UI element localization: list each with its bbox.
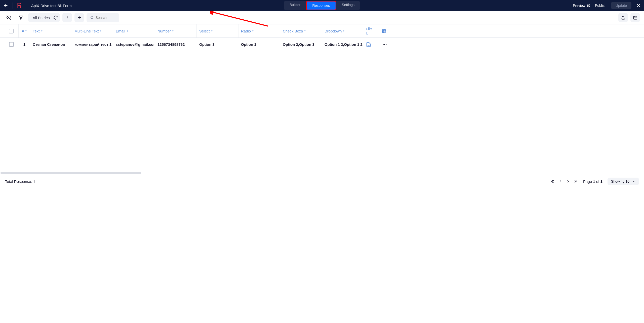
svg-point-9 — [386, 44, 386, 45]
tab-settings[interactable]: Settings — [336, 1, 360, 10]
svg-point-7 — [383, 44, 384, 45]
cell-dropdown: Option 1 3,Option 1 2 — [322, 38, 363, 51]
app-logo[interactable] — [17, 3, 22, 8]
tab-responses[interactable]: Responses — [306, 1, 336, 10]
more-icon — [382, 42, 387, 47]
column-settings[interactable] — [378, 24, 389, 37]
entries-selector[interactable]: All Entries — [28, 13, 60, 22]
page-next[interactable] — [566, 179, 570, 183]
cell-index: 1 — [19, 38, 30, 51]
visibility-toggle[interactable] — [4, 13, 14, 22]
page-prev[interactable] — [558, 179, 562, 183]
search-input[interactable] — [96, 16, 116, 20]
column-multiline[interactable]: Multi-Line Text▾ — [72, 24, 113, 37]
svg-point-6 — [383, 30, 385, 32]
svg-point-2 — [67, 17, 67, 18]
page-info: Page 1 of 1 — [583, 179, 602, 184]
column-number[interactable]: Number▾ — [155, 24, 197, 37]
refresh-icon[interactable] — [53, 15, 58, 20]
horizontal-scrollbar[interactable] — [0, 172, 644, 174]
document-icon — [366, 42, 371, 48]
total-response: Total Response: 1 — [5, 179, 35, 184]
page-last[interactable] — [574, 179, 578, 184]
cell-checkboxes: Option 2,Option 3 — [280, 38, 322, 51]
footer: Total Response: 1 Page 1 of 1 Showing 10 — [0, 174, 644, 189]
cell-multiline: комментарий тест 1 — [72, 38, 113, 51]
column-file[interactable]: File U — [363, 24, 378, 37]
export-button[interactable] — [618, 13, 628, 22]
column-text[interactable]: Text▾ — [30, 24, 72, 37]
preview-link[interactable]: Preview — [573, 4, 590, 8]
svg-rect-5 — [633, 16, 637, 19]
row-checkbox[interactable] — [9, 42, 14, 47]
select-all-checkbox[interactable] — [9, 29, 14, 33]
topbar: ApiX-Drive test Bit Form Builder Respons… — [0, 0, 644, 11]
svg-point-4 — [91, 16, 93, 19]
toolbar: All Entries — [0, 11, 644, 24]
cell-radio: Option 1 — [238, 38, 280, 51]
svg-point-8 — [384, 44, 385, 45]
column-dropdown[interactable]: Dropdown▾ — [322, 24, 363, 37]
back-button[interactable] — [3, 3, 9, 8]
table-header: #▾ Text▾ Multi-Line Text▾ Email▾ Number▾… — [0, 24, 644, 38]
column-email[interactable]: Email▾ — [113, 24, 155, 37]
svg-point-1 — [67, 16, 67, 17]
page-size-select[interactable]: Showing 10 — [608, 178, 639, 185]
add-button[interactable] — [74, 13, 84, 22]
cell-text: Степан Степанов — [30, 38, 72, 51]
calendar-button[interactable] — [630, 13, 640, 22]
close-button[interactable] — [636, 3, 641, 8]
column-radio[interactable]: Radio▾ — [238, 24, 280, 37]
pager: Page 1 of 1 Showing 10 — [550, 178, 639, 185]
search-box[interactable] — [87, 13, 119, 22]
preview-label: Preview — [573, 4, 585, 8]
gear-icon — [382, 29, 386, 33]
entries-label: All Entries — [33, 16, 50, 20]
svg-point-3 — [67, 19, 67, 19]
row-actions[interactable] — [378, 38, 391, 51]
more-menu[interactable] — [62, 13, 72, 22]
select-all-cell[interactable] — [4, 24, 19, 37]
search-icon — [90, 16, 94, 20]
chevron-down-icon — [632, 180, 635, 183]
table-row[interactable]: 1 Степан Степанов комментарий тест 1 sst… — [0, 38, 644, 51]
tab-builder[interactable]: Builder — [284, 1, 306, 10]
page-first[interactable] — [550, 179, 555, 184]
publish-link[interactable]: Publish — [595, 4, 607, 8]
filter-button[interactable] — [16, 13, 26, 22]
column-index[interactable]: #▾ — [19, 24, 30, 37]
column-select[interactable]: Select▾ — [197, 24, 238, 37]
page-size-label: Showing 10 — [611, 179, 629, 183]
update-button[interactable]: Update — [611, 2, 631, 9]
cell-select: Option 3 — [197, 38, 238, 51]
cell-email: sstepanov@gmail.com — [113, 38, 155, 51]
main-tabs: Builder Responses Settings — [284, 1, 360, 10]
form-title: ApiX-Drive test Bit Form — [31, 4, 72, 8]
cell-file[interactable] — [363, 38, 378, 51]
cell-number: 1256734898762 — [155, 38, 197, 51]
column-checkboxes[interactable]: Check Boxs▾ — [280, 24, 322, 37]
